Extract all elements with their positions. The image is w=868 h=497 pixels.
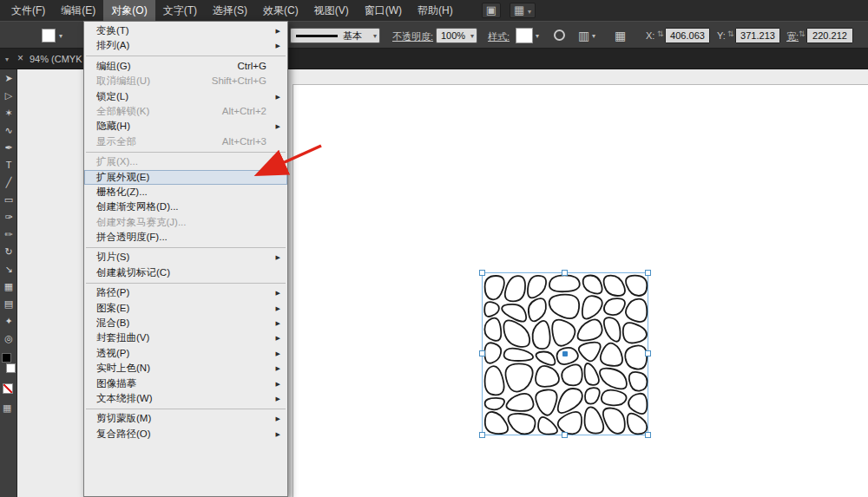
chevron-down-icon[interactable]: ▾ bbox=[59, 32, 62, 40]
app-panel-icon: ▣ bbox=[486, 3, 496, 16]
selection-handle-n[interactable] bbox=[562, 270, 568, 276]
rotate-tool[interactable]: ↻ bbox=[0, 243, 17, 260]
magic-wand-tool[interactable]: ✶ bbox=[0, 104, 17, 121]
selection-center-point[interactable] bbox=[562, 351, 568, 356]
type-tool[interactable]: T bbox=[0, 156, 17, 173]
none-swatch[interactable] bbox=[3, 383, 13, 394]
x-field[interactable]: 406.063 bbox=[665, 28, 710, 43]
menubar-item-file[interactable]: 文件(F) bbox=[3, 0, 53, 21]
menu-item-label: 栅格化(Z)... bbox=[96, 185, 148, 199]
stroke-profile-icon bbox=[296, 35, 338, 37]
selection-bounding-box[interactable] bbox=[482, 272, 648, 435]
selection-handle-ne[interactable] bbox=[645, 270, 651, 276]
submenu-arrow-icon: ▶ bbox=[276, 89, 280, 104]
menu-item[interactable]: 锁定(L)▶ bbox=[84, 89, 287, 104]
chevron-down-icon[interactable]: ▾ bbox=[5, 56, 9, 63]
menu-item[interactable]: 隐藏(H)▶ bbox=[84, 119, 287, 134]
zoom-tool[interactable]: ◎ bbox=[0, 330, 17, 347]
menu-item[interactable]: 封套扭曲(V)▶ bbox=[84, 330, 287, 345]
opacity-label[interactable]: 不透明度: bbox=[392, 30, 433, 43]
x-label: X: bbox=[646, 30, 654, 41]
opacity-field[interactable]: 100% ▾ bbox=[436, 28, 477, 43]
transform-grid-icon[interactable]: ▦ bbox=[615, 29, 626, 43]
menu-item[interactable]: 混合(B)▶ bbox=[84, 316, 287, 330]
menubar-item-effect[interactable]: 效果(C) bbox=[255, 0, 306, 21]
scale-tool[interactable]: ↘ bbox=[0, 260, 17, 278]
menubar-item-window[interactable]: 窗口(W) bbox=[357, 0, 410, 21]
line-segment-tool[interactable]: ╱ bbox=[0, 173, 17, 191]
chevron-down-icon[interactable]: ▾ bbox=[536, 32, 539, 40]
menubar-item-select[interactable]: 选择(S) bbox=[205, 0, 255, 21]
paintbrush-tool[interactable]: ✑ bbox=[0, 208, 17, 226]
submenu-arrow-icon: ▶ bbox=[276, 119, 280, 134]
menubar-item-type[interactable]: 文字(T) bbox=[155, 0, 205, 21]
menu-item[interactable]: 栅格化(Z)... bbox=[84, 185, 287, 199]
menu-bar: 文件(F)编辑(E)对象(O)文字(T)选择(S)效果(C)视图(V)窗口(W)… bbox=[0, 0, 868, 21]
rectangle-tool[interactable]: ▭ bbox=[0, 191, 17, 208]
lasso-tool[interactable]: ∿ bbox=[0, 121, 17, 139]
menu-item-label: 编组(G) bbox=[96, 59, 131, 74]
menu-item[interactable]: 创建裁切标记(C) bbox=[84, 265, 287, 280]
align-icon[interactable]: ▥ bbox=[578, 29, 589, 43]
stroke-swatch[interactable] bbox=[6, 363, 16, 373]
style-swatch[interactable] bbox=[516, 28, 533, 43]
fill-stroke-indicator[interactable] bbox=[0, 350, 17, 376]
fill-color-swatch[interactable] bbox=[42, 29, 56, 43]
width-spinner-icon[interactable]: ⇅ bbox=[799, 29, 806, 38]
selection-tool[interactable]: ➤ bbox=[0, 69, 17, 87]
fill-swatch[interactable] bbox=[2, 353, 11, 363]
arrange-documents-button[interactable]: ▦ ▾ bbox=[510, 3, 536, 18]
menu-item[interactable]: 拼合透明度(F)... bbox=[84, 230, 287, 245]
app-panel-button[interactable]: ▣ bbox=[482, 3, 501, 18]
selection-handle-se[interactable] bbox=[645, 432, 651, 438]
menu-item[interactable]: 排列(A)▶ bbox=[84, 38, 287, 53]
menu-item[interactable]: 编组(G)Ctrl+G bbox=[84, 59, 287, 74]
brush-name: 基本 bbox=[343, 29, 362, 43]
selection-handle-sw[interactable] bbox=[479, 432, 485, 438]
y-field[interactable]: 371.213 bbox=[735, 28, 780, 43]
menubar-item-view[interactable]: 视图(V) bbox=[306, 0, 357, 21]
menu-item[interactable]: 透视(P)▶ bbox=[84, 346, 287, 361]
chevron-down-icon[interactable]: ▾ bbox=[592, 32, 595, 40]
pen-tool[interactable]: ✒ bbox=[0, 139, 17, 156]
menu-item: 取消编组(U)Shift+Ctrl+G bbox=[84, 74, 287, 88]
menu-item[interactable]: 扩展外观(E) bbox=[84, 170, 287, 185]
style-label[interactable]: 样式: bbox=[488, 30, 510, 43]
menu-item[interactable]: 变换(T)▶ bbox=[84, 23, 287, 38]
menu-item-label: 透视(P) bbox=[96, 346, 129, 361]
menu-item-label: 变换(T) bbox=[96, 23, 129, 38]
selection-handle-nw[interactable] bbox=[479, 270, 485, 276]
menu-item[interactable]: 剪切蒙版(M)▶ bbox=[84, 411, 287, 426]
width-label[interactable]: 宽: bbox=[786, 30, 799, 43]
selection-handle-w[interactable] bbox=[479, 350, 485, 356]
menu-item[interactable]: 复合路径(O)▶ bbox=[84, 427, 287, 441]
direct-selection-tool[interactable]: ▷ bbox=[0, 87, 17, 104]
selection-handle-e[interactable] bbox=[645, 350, 651, 356]
selection-handle-s[interactable] bbox=[562, 432, 568, 438]
draw-mode-icon[interactable]: ▦ bbox=[3, 402, 16, 414]
menu-item[interactable]: 图案(E)▶ bbox=[84, 301, 287, 316]
pencil-tool[interactable]: ✏ bbox=[0, 226, 17, 243]
menubar-item-help[interactable]: 帮助(H) bbox=[410, 0, 461, 21]
menu-item[interactable]: 文本绕排(W)▶ bbox=[84, 391, 287, 406]
menu-item[interactable]: 图像描摹▶ bbox=[84, 376, 287, 391]
gradient-tool[interactable]: ▤ bbox=[0, 295, 17, 312]
menu-item-label: 创建对象马赛克(J)... bbox=[96, 215, 187, 230]
eyedropper-tool[interactable]: ✦ bbox=[0, 312, 17, 330]
menu-item[interactable]: 实时上色(N)▶ bbox=[84, 361, 287, 376]
menubar-item-object[interactable]: 对象(O) bbox=[103, 0, 155, 21]
y-spinner-icon[interactable]: ⇅ bbox=[727, 29, 734, 38]
x-spinner-icon[interactable]: ⇅ bbox=[657, 29, 664, 38]
menu-item[interactable]: 路径(P)▶ bbox=[84, 285, 287, 300]
document-tab-label[interactable]: 94% (CMYK bbox=[30, 54, 82, 64]
stroke-brush-dropdown[interactable]: 基本 ▾ bbox=[290, 28, 380, 43]
menu-item-label: 混合(B) bbox=[96, 316, 129, 330]
close-tab-icon[interactable]: × bbox=[17, 52, 23, 64]
menu-item[interactable]: 创建渐变网格(D)... bbox=[84, 199, 287, 214]
menubar-item-edit[interactable]: 编辑(E) bbox=[53, 0, 103, 21]
menu-item[interactable]: 切片(S)▶ bbox=[84, 250, 287, 265]
menu-item-shortcut: Shift+Ctrl+G bbox=[212, 74, 266, 88]
width-field[interactable]: 220.212 bbox=[806, 28, 853, 43]
recolor-artwork-icon[interactable] bbox=[554, 29, 565, 41]
mesh-tool[interactable]: ▦ bbox=[0, 278, 17, 295]
